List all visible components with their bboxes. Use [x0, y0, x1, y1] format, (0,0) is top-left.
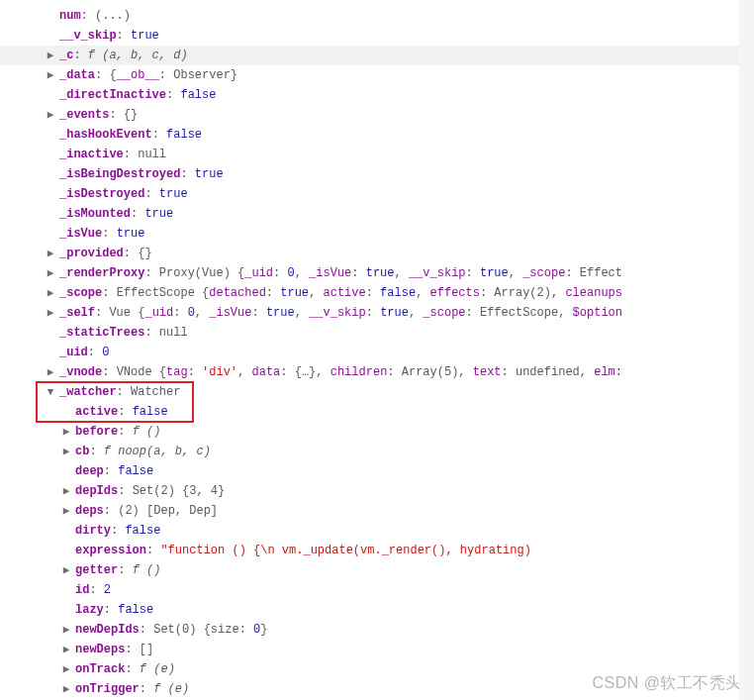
prop-isDestroyed[interactable]: _isDestroyed: true — [0, 184, 754, 204]
prop-v-skip[interactable]: __v_skip: true — [0, 26, 754, 46]
prop-onTrigger[interactable]: ▶ onTrigger: f (e) — [0, 679, 754, 699]
expand-icon[interactable]: ▶ — [46, 362, 55, 382]
expand-icon[interactable]: ▶ — [61, 659, 71, 679]
prop-newDepIds[interactable]: ▶ newDepIds: Set(0) {size: 0} — [0, 620, 754, 640]
expand-icon[interactable]: ▶ — [46, 283, 55, 303]
prop-active[interactable]: active: false — [0, 402, 754, 422]
prop-lazy[interactable]: lazy: false — [0, 600, 754, 620]
devtools-object-tree: num: (...) __v_skip: true ▶ _c: f (a, b,… — [0, 0, 754, 700]
scrollbar[interactable] — [739, 0, 754, 700]
expand-icon[interactable]: ▶ — [46, 303, 55, 323]
prop-isBeingDestroyed[interactable]: _isBeingDestroyed: true — [0, 164, 754, 184]
collapse-icon[interactable]: ▼ — [46, 382, 55, 402]
prop-key: num — [59, 9, 81, 23]
prop-vnode[interactable]: ▶ _vnode: VNode {tag: 'div', data: {…}, … — [0, 362, 754, 382]
prop-before[interactable]: ▶ before: f () — [0, 422, 754, 442]
prop-inactive[interactable]: _inactive: null — [0, 145, 754, 164]
prop-num[interactable]: num: (...) — [0, 6, 754, 26]
expand-icon[interactable]: ▶ — [61, 679, 71, 699]
prop-isVue[interactable]: _isVue: true — [0, 224, 754, 244]
prop-scope[interactable]: ▶ _scope: EffectScope {detached: true, a… — [0, 283, 754, 303]
prop-id[interactable]: id: 2 — [0, 580, 754, 600]
prop-cb[interactable]: ▶ cb: f noop(a, b, c) — [0, 442, 754, 461]
expand-icon[interactable]: ▶ — [46, 244, 55, 263]
prop-self[interactable]: ▶ _self: Vue {_uid: 0, _isVue: true, __v… — [0, 303, 754, 323]
prop-getter[interactable]: ▶ getter: f () — [0, 560, 754, 580]
prop-isMounted[interactable]: _isMounted: true — [0, 204, 754, 224]
prop-deep[interactable]: deep: false — [0, 461, 754, 481]
prop-events[interactable]: ▶ _events: {} — [0, 105, 754, 125]
prop-expression[interactable]: expression: "function () {\n vm._update(… — [0, 541, 754, 560]
prop-directInactive[interactable]: _directInactive: false — [0, 85, 754, 105]
expand-icon[interactable]: ▶ — [61, 560, 71, 580]
prop-deps[interactable]: ▶ deps: (2) [Dep, Dep] — [0, 501, 754, 521]
expand-icon[interactable]: ▶ — [61, 620, 71, 640]
prop-c[interactable]: ▶ _c: f (a, b, c, d) — [0, 46, 754, 65]
prop-staticTrees[interactable]: _staticTrees: null — [0, 323, 754, 343]
expand-icon[interactable]: ▶ — [46, 105, 55, 125]
prop-dirty[interactable]: dirty: false — [0, 521, 754, 541]
expand-icon[interactable]: ▶ — [46, 46, 55, 65]
expand-icon[interactable]: ▶ — [61, 481, 71, 501]
expand-icon[interactable]: ▶ — [46, 263, 55, 283]
prop-hasHookEvent[interactable]: _hasHookEvent: false — [0, 125, 754, 145]
prop-watcher[interactable]: ▼ _watcher: Watcher — [0, 382, 754, 402]
expand-icon[interactable]: ▶ — [61, 640, 71, 659]
prop-onTrack[interactable]: ▶ onTrack: f (e) — [0, 659, 754, 679]
prop-renderProxy[interactable]: ▶ _renderProxy: Proxy(Vue) {_uid: 0, _is… — [0, 263, 754, 283]
expand-icon[interactable]: ▶ — [61, 442, 71, 461]
prop-depIds[interactable]: ▶ depIds: Set(2) {3, 4} — [0, 481, 754, 501]
prop-data[interactable]: ▶ _data: {__ob__: Observer} — [0, 65, 754, 85]
expand-icon[interactable]: ▶ — [61, 501, 71, 521]
prop-uid[interactable]: _uid: 0 — [0, 343, 754, 362]
expand-icon[interactable]: ▶ — [61, 422, 71, 442]
prop-newDeps[interactable]: ▶ newDeps: [] — [0, 640, 754, 659]
expand-icon[interactable]: ▶ — [46, 65, 55, 85]
prop-provided[interactable]: ▶ _provided: {} — [0, 244, 754, 263]
